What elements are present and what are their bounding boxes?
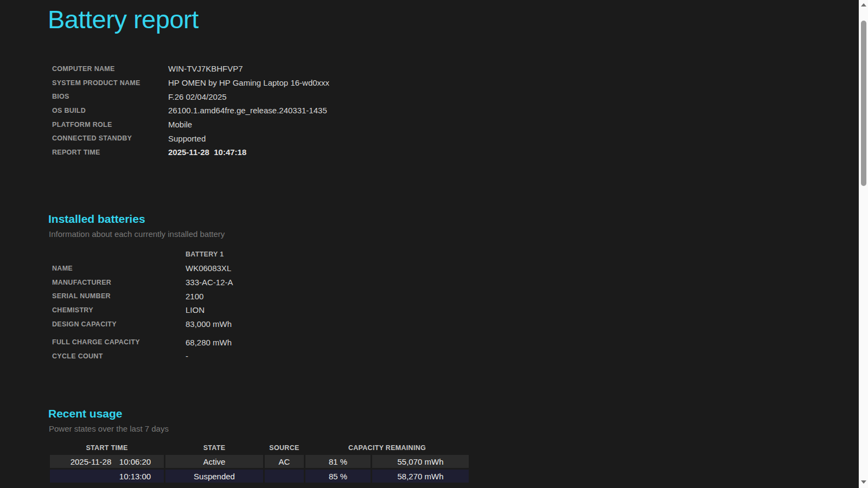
battery-detail-label: CYCLE COUNT xyxy=(52,352,186,360)
battery-details-table: NAME WK06083XL MANUFACTURER 333-AC-12-A … xyxy=(52,261,233,363)
usage-cell-percent: 81 % xyxy=(305,455,371,468)
system-info-label: OS BUILD xyxy=(52,107,168,114)
battery-report-page: Battery report COMPUTER NAME WIN-TVJ7KBH… xyxy=(0,0,859,488)
system-info-label: BIOS xyxy=(52,93,168,100)
usage-cell-mwh: 55,070 mWh xyxy=(372,455,469,468)
system-info-label: SYSTEM PRODUCT NAME xyxy=(52,79,168,87)
battery-detail-row: MANUFACTURER 333-AC-12-A xyxy=(52,275,233,290)
scroll-up-icon xyxy=(861,3,866,7)
usage-header-row: START TIME STATE SOURCE CAPACITY REMAINI… xyxy=(50,442,469,453)
system-info-table: COMPUTER NAME WIN-TVJ7KBHFVP7 SYSTEM PRO… xyxy=(52,62,329,159)
battery-detail-row: NAME WK06083XL xyxy=(52,261,233,275)
battery-detail-value: 83,000 mWh xyxy=(186,319,232,329)
system-info-value: HP OMEN by HP Gaming Laptop 16-wd0xxx xyxy=(168,78,329,87)
battery-detail-value: 2100 xyxy=(186,292,203,301)
usage-header-start-time: START TIME xyxy=(50,442,164,453)
battery-detail-row: SERIAL NUMBER 2100 xyxy=(52,289,233,303)
battery-detail-label: FULL CHARGE CAPACITY xyxy=(52,338,186,346)
usage-time: 10:13:00 xyxy=(118,472,152,481)
system-info-row: CONNECTED STANDBY Supported xyxy=(52,131,329,145)
usage-header-source: SOURCE xyxy=(265,442,304,453)
system-info-label: PLATFORM ROLE xyxy=(52,121,168,129)
system-info-value: WIN-TVJ7KBHFVP7 xyxy=(168,64,243,73)
usage-cell-start-time: 2025-11-2810:06:20 xyxy=(50,455,164,468)
usage-cell-state: Active xyxy=(165,455,263,468)
usage-cell-state: Suspended xyxy=(165,470,263,483)
usage-row: 2025-11-2810:06:20 Active AC 81 % 55,070… xyxy=(50,455,469,468)
battery-detail-row: FULL CHARGE CAPACITY 68,280 mWh xyxy=(52,335,233,349)
system-info-label: REPORT TIME xyxy=(52,149,168,156)
system-info-row: REPORT TIME 2025-11-28 10:47:18 xyxy=(52,145,329,159)
installed-batteries-heading: Installed batteries xyxy=(48,213,145,226)
page-title: Battery report xyxy=(48,4,199,34)
scrollbar-thumb[interactable] xyxy=(861,21,866,186)
system-info-value: F.26 02/04/2025 xyxy=(168,92,227,101)
recent-usage-heading: Recent usage xyxy=(48,407,123,420)
usage-cell-source: AC xyxy=(265,455,304,468)
scrollbar[interactable] xyxy=(859,0,868,488)
system-info-row: COMPUTER NAME WIN-TVJ7KBHFVP7 xyxy=(52,62,329,76)
usage-date: 2025-11-28 xyxy=(61,457,118,466)
system-info-row: OS BUILD 26100.1.amd64fre.ge_release.240… xyxy=(52,104,329,118)
usage-cell-start-time: 10:13:00 xyxy=(50,470,164,483)
usage-row: 10:13:00 Suspended 85 % 58,270 mWh xyxy=(50,470,469,483)
battery-detail-row: CHEMISTRY LION xyxy=(52,303,233,317)
usage-time: 10:06:20 xyxy=(118,457,152,466)
recent-usage-subtitle: Power states over the last 7 days xyxy=(49,424,169,433)
battery-detail-value: 333-AC-12-A xyxy=(186,278,233,287)
usage-header-state: STATE xyxy=(165,442,263,453)
battery-detail-value: 68,280 mWh xyxy=(186,338,232,347)
usage-header-capacity-remaining: CAPACITY REMAINING xyxy=(305,442,469,453)
system-info-label: CONNECTED STANDBY xyxy=(52,134,168,142)
report-time-value: 2025-11-28 10:47:18 xyxy=(168,147,246,157)
battery-detail-row: DESIGN CAPACITY 83,000 mWh xyxy=(52,317,233,331)
usage-cell-mwh: 58,270 mWh xyxy=(372,470,469,483)
system-info-row: BIOS F.26 02/04/2025 xyxy=(52,89,329,104)
recent-usage-table: START TIME STATE SOURCE CAPACITY REMAINI… xyxy=(48,441,470,484)
battery-detail-label: DESIGN CAPACITY xyxy=(52,320,186,328)
battery-detail-label: CHEMISTRY xyxy=(52,306,186,314)
battery-detail-value: LION xyxy=(186,305,205,314)
system-info-value: Supported xyxy=(168,134,206,143)
usage-cell-percent: 85 % xyxy=(305,470,371,483)
system-info-value: 26100.1.amd64fre.ge_release.240331-1435 xyxy=(168,106,327,115)
battery-detail-label: MANUFACTURER xyxy=(52,279,186,286)
battery-column-header: BATTERY 1 xyxy=(186,251,224,258)
system-info-label: COMPUTER NAME xyxy=(52,65,168,73)
battery-detail-label: NAME xyxy=(52,265,186,272)
battery-detail-label: SERIAL NUMBER xyxy=(52,292,186,300)
battery-detail-value: WK06083XL xyxy=(186,264,231,273)
scroll-down-icon xyxy=(861,480,866,484)
scrollbar-up-button[interactable] xyxy=(859,0,868,9)
battery-detail-value: - xyxy=(186,351,188,361)
installed-batteries-subtitle: Information about each currently install… xyxy=(49,229,225,239)
system-info-value: Mobile xyxy=(168,120,192,129)
system-info-row: PLATFORM ROLE Mobile xyxy=(52,118,329,132)
scrollbar-down-button[interactable] xyxy=(859,477,868,486)
battery-detail-row: CYCLE COUNT - xyxy=(52,349,233,363)
system-info-row: SYSTEM PRODUCT NAME HP OMEN by HP Gaming… xyxy=(52,76,329,90)
usage-cell-source xyxy=(265,470,304,483)
